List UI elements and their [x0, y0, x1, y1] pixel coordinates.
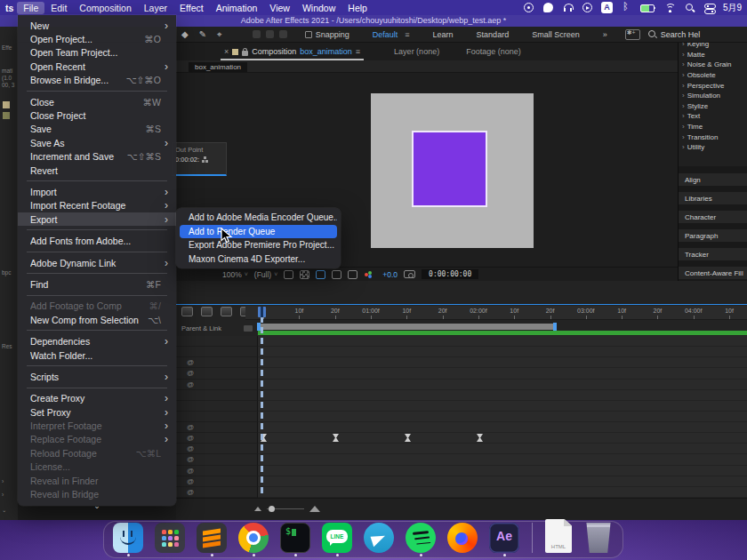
menu-item[interactable]: Dependencies [18, 334, 176, 348]
track-cell[interactable] [258, 380, 747, 390]
app-icon[interactable] [155, 523, 185, 553]
effects-category[interactable]: Obsolete [679, 70, 747, 81]
workspace-tab[interactable]: Default [373, 30, 410, 39]
zoom-out-mountain-icon[interactable] [254, 507, 261, 511]
guides-icon[interactable] [332, 270, 341, 279]
keyframe-marker[interactable] [333, 434, 339, 442]
menu-item[interactable] [18, 226, 176, 234]
menu-item[interactable]: New [18, 19, 176, 32]
dock-app[interactable] [322, 523, 352, 556]
parent-link-cell[interactable] [176, 454, 258, 465]
menu-item[interactable]: Add Fonts from Adobe... [18, 234, 176, 247]
dock-app[interactable] [113, 523, 143, 556]
dock-app[interactable] [583, 523, 614, 556]
menubar-item[interactable]: Layer [138, 2, 173, 14]
collapsed-panel-tab[interactable]: Paragraph [679, 229, 747, 242]
tab-composition[interactable]: × Composition box_animation ≡ [217, 43, 367, 60]
menu-item[interactable]: Export Adobe Premiere Pro Project... [180, 238, 337, 252]
menubar-clock[interactable]: 5月9 [723, 2, 742, 14]
track-cell[interactable] [258, 444, 747, 454]
app-icon[interactable] [364, 523, 394, 553]
dock-app[interactable] [447, 523, 478, 556]
collapsed-panel-tab[interactable]: Tracker [679, 248, 747, 260]
menu-item[interactable]: Add to Render Queue [180, 225, 337, 239]
channel-icon[interactable] [364, 270, 376, 279]
menubar-item[interactable]: Effect [173, 2, 210, 14]
mask-visibility-icon[interactable] [316, 270, 325, 279]
snapshot-camera-icon[interactable] [404, 270, 415, 278]
effects-category[interactable]: Perspective [679, 80, 747, 91]
composition-canvas[interactable] [371, 93, 534, 248]
collapsed-panel-tab[interactable]: Character [679, 211, 747, 223]
work-area-bar[interactable] [260, 324, 554, 330]
dock-app[interactable] [280, 523, 310, 556]
effects-category[interactable]: Stylize [679, 101, 747, 112]
track-cell[interactable] [258, 336, 747, 347]
menu-item[interactable] [18, 177, 176, 185]
status-icon[interactable] [562, 2, 574, 13]
menubar-item[interactable]: Window [296, 2, 341, 14]
track-cell[interactable] [258, 347, 747, 357]
menu-item[interactable]: Watch Folder... [18, 348, 176, 362]
menu-item[interactable] [18, 292, 176, 300]
parent-link-cell[interactable] [176, 390, 258, 401]
snapping-toggle[interactable]: Snapping [305, 30, 349, 39]
effects-category[interactable]: Time [679, 122, 747, 132]
parent-link-cell[interactable] [176, 380, 258, 390]
parent-link-cell[interactable] [176, 487, 258, 498]
menubar-item[interactable]: Composition [73, 2, 137, 14]
keyframe-marker[interactable] [405, 434, 411, 442]
playhead-handle[interactable] [258, 307, 266, 317]
lock-icon[interactable] [242, 51, 248, 56]
track-cell[interactable] [258, 368, 747, 379]
app-icon[interactable] [545, 519, 572, 553]
dock-app[interactable] [238, 523, 269, 556]
status-icon[interactable] [640, 2, 656, 13]
menu-item[interactable] [18, 326, 176, 334]
effects-category[interactable]: Simulation [679, 91, 747, 101]
parent-link-header[interactable]: Parent & Link [176, 322, 258, 334]
menu-item[interactable]: Export [18, 212, 176, 226]
menu-item[interactable] [18, 248, 176, 256]
snapping-checkbox[interactable] [305, 31, 312, 38]
effects-category[interactable]: Utility [679, 142, 747, 153]
effects-category[interactable]: Keying [679, 43, 747, 50]
dock-app[interactable] [155, 523, 185, 556]
menu-item[interactable]: Open Team Project... [18, 46, 176, 60]
menu-item[interactable]: Set Proxy [18, 405, 176, 419]
effects-category[interactable]: Text [679, 111, 747, 122]
time-ruler[interactable]: 0f10f20f01:00f10f20f02:00f10f20f03:00f10… [245, 306, 747, 320]
dock-app[interactable] [197, 523, 227, 556]
track-cell[interactable] [258, 401, 747, 412]
search-icon[interactable] [647, 29, 657, 39]
effects-category[interactable]: Transition [679, 132, 747, 142]
dock-app[interactable] [406, 523, 436, 556]
menu-item[interactable]: License... [18, 460, 176, 474]
menu-item[interactable]: Maxon Cinema 4D Exporter... [180, 252, 337, 267]
parent-link-cell[interactable] [176, 347, 258, 357]
workspace-tab[interactable]: Small Screen [532, 30, 580, 39]
track-cell[interactable] [258, 422, 747, 433]
menu-item[interactable]: Find ⌘F [18, 277, 176, 291]
track-cell[interactable] [258, 487, 747, 498]
collapsed-panel-tab[interactable]: Content-Aware Fill [679, 267, 747, 279]
app-icon[interactable] [489, 523, 519, 553]
app-menu-fragment[interactable]: ts [5, 3, 13, 13]
track-cell[interactable] [258, 390, 747, 401]
menu-item[interactable]: New Comp from Selection ⌥\ [18, 313, 176, 326]
parent-link-cell[interactable] [176, 444, 258, 454]
app-icon[interactable] [583, 523, 614, 553]
menu-item[interactable]: Create Proxy [18, 392, 176, 405]
effects-category[interactable]: Noise & Grain [679, 60, 747, 70]
preview-timecode[interactable]: 0:00:00:00 [422, 269, 478, 279]
collapsed-panel-tab[interactable]: Align [679, 173, 747, 186]
status-icon[interactable] [684, 2, 695, 13]
keyframe-marker[interactable] [477, 434, 483, 442]
status-icon[interactable] [582, 2, 593, 13]
app-icon[interactable] [113, 523, 143, 553]
tab-inactive[interactable]: Footage (none) [466, 47, 521, 56]
transparency-grid-icon[interactable] [300, 270, 309, 279]
dock-app[interactable] [364, 523, 394, 556]
purple-square-layer[interactable] [412, 131, 487, 207]
app-icon[interactable] [532, 523, 533, 553]
